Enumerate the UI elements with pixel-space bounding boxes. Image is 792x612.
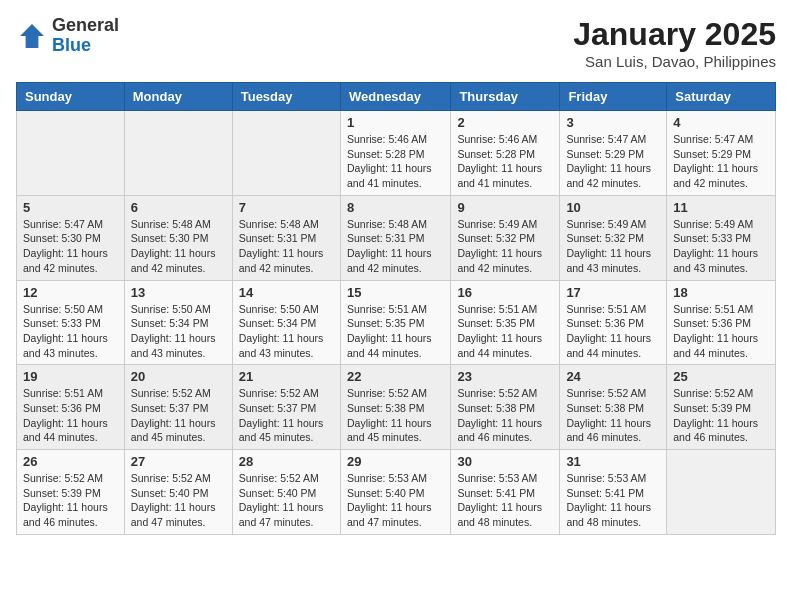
day-number: 14 [239,285,334,300]
day-info: Sunrise: 5:52 AM Sunset: 5:37 PM Dayligh… [131,386,226,445]
day-number: 16 [457,285,553,300]
header-cell-friday: Friday [560,83,667,111]
day-number: 4 [673,115,769,130]
day-number: 21 [239,369,334,384]
day-number: 6 [131,200,226,215]
day-number: 23 [457,369,553,384]
page-subtitle: San Luis, Davao, Philippines [573,53,776,70]
day-info: Sunrise: 5:52 AM Sunset: 5:39 PM Dayligh… [673,386,769,445]
header-row: SundayMondayTuesdayWednesdayThursdayFrid… [17,83,776,111]
day-info: Sunrise: 5:51 AM Sunset: 5:36 PM Dayligh… [673,302,769,361]
calendar-cell: 9Sunrise: 5:49 AM Sunset: 5:32 PM Daylig… [451,195,560,280]
page-header: General Blue January 2025 San Luis, Dava… [16,16,776,70]
calendar-cell: 15Sunrise: 5:51 AM Sunset: 5:35 PM Dayli… [340,280,450,365]
day-info: Sunrise: 5:52 AM Sunset: 5:38 PM Dayligh… [347,386,444,445]
calendar-week-5: 26Sunrise: 5:52 AM Sunset: 5:39 PM Dayli… [17,450,776,535]
header-cell-saturday: Saturday [667,83,776,111]
day-info: Sunrise: 5:50 AM Sunset: 5:33 PM Dayligh… [23,302,118,361]
header-cell-thursday: Thursday [451,83,560,111]
day-number: 29 [347,454,444,469]
day-number: 28 [239,454,334,469]
day-info: Sunrise: 5:49 AM Sunset: 5:33 PM Dayligh… [673,217,769,276]
day-info: Sunrise: 5:52 AM Sunset: 5:38 PM Dayligh… [457,386,553,445]
day-number: 30 [457,454,553,469]
day-info: Sunrise: 5:49 AM Sunset: 5:32 PM Dayligh… [566,217,660,276]
day-number: 12 [23,285,118,300]
day-number: 5 [23,200,118,215]
header-cell-wednesday: Wednesday [340,83,450,111]
header-cell-monday: Monday [124,83,232,111]
logo-text: General Blue [52,16,119,56]
day-number: 15 [347,285,444,300]
day-number: 10 [566,200,660,215]
calendar-cell: 4Sunrise: 5:47 AM Sunset: 5:29 PM Daylig… [667,111,776,196]
day-info: Sunrise: 5:53 AM Sunset: 5:41 PM Dayligh… [566,471,660,530]
calendar-cell: 6Sunrise: 5:48 AM Sunset: 5:30 PM Daylig… [124,195,232,280]
day-number: 25 [673,369,769,384]
calendar-week-2: 5Sunrise: 5:47 AM Sunset: 5:30 PM Daylig… [17,195,776,280]
page-title: January 2025 [573,16,776,53]
calendar-body: 1Sunrise: 5:46 AM Sunset: 5:28 PM Daylig… [17,111,776,535]
calendar-cell: 31Sunrise: 5:53 AM Sunset: 5:41 PM Dayli… [560,450,667,535]
header-cell-sunday: Sunday [17,83,125,111]
day-number: 9 [457,200,553,215]
day-info: Sunrise: 5:52 AM Sunset: 5:40 PM Dayligh… [131,471,226,530]
day-number: 7 [239,200,334,215]
day-number: 20 [131,369,226,384]
calendar-cell: 5Sunrise: 5:47 AM Sunset: 5:30 PM Daylig… [17,195,125,280]
day-info: Sunrise: 5:48 AM Sunset: 5:31 PM Dayligh… [347,217,444,276]
calendar-cell: 16Sunrise: 5:51 AM Sunset: 5:35 PM Dayli… [451,280,560,365]
day-info: Sunrise: 5:51 AM Sunset: 5:36 PM Dayligh… [23,386,118,445]
day-number: 11 [673,200,769,215]
day-number: 1 [347,115,444,130]
day-info: Sunrise: 5:51 AM Sunset: 5:36 PM Dayligh… [566,302,660,361]
calendar-cell: 3Sunrise: 5:47 AM Sunset: 5:29 PM Daylig… [560,111,667,196]
day-number: 19 [23,369,118,384]
day-number: 18 [673,285,769,300]
calendar-cell: 17Sunrise: 5:51 AM Sunset: 5:36 PM Dayli… [560,280,667,365]
day-number: 26 [23,454,118,469]
calendar-cell: 23Sunrise: 5:52 AM Sunset: 5:38 PM Dayli… [451,365,560,450]
day-info: Sunrise: 5:48 AM Sunset: 5:30 PM Dayligh… [131,217,226,276]
calendar-header: SundayMondayTuesdayWednesdayThursdayFrid… [17,83,776,111]
day-number: 22 [347,369,444,384]
day-number: 8 [347,200,444,215]
logo-icon [16,20,48,52]
day-info: Sunrise: 5:52 AM Sunset: 5:38 PM Dayligh… [566,386,660,445]
calendar-table: SundayMondayTuesdayWednesdayThursdayFrid… [16,82,776,535]
day-info: Sunrise: 5:46 AM Sunset: 5:28 PM Dayligh… [347,132,444,191]
day-info: Sunrise: 5:50 AM Sunset: 5:34 PM Dayligh… [131,302,226,361]
day-number: 13 [131,285,226,300]
day-number: 3 [566,115,660,130]
day-info: Sunrise: 5:50 AM Sunset: 5:34 PM Dayligh… [239,302,334,361]
day-info: Sunrise: 5:47 AM Sunset: 5:30 PM Dayligh… [23,217,118,276]
calendar-cell: 26Sunrise: 5:52 AM Sunset: 5:39 PM Dayli… [17,450,125,535]
header-cell-tuesday: Tuesday [232,83,340,111]
calendar-cell: 10Sunrise: 5:49 AM Sunset: 5:32 PM Dayli… [560,195,667,280]
day-number: 17 [566,285,660,300]
calendar-week-4: 19Sunrise: 5:51 AM Sunset: 5:36 PM Dayli… [17,365,776,450]
calendar-week-1: 1Sunrise: 5:46 AM Sunset: 5:28 PM Daylig… [17,111,776,196]
calendar-cell: 13Sunrise: 5:50 AM Sunset: 5:34 PM Dayli… [124,280,232,365]
day-number: 2 [457,115,553,130]
calendar-cell: 20Sunrise: 5:52 AM Sunset: 5:37 PM Dayli… [124,365,232,450]
calendar-cell: 27Sunrise: 5:52 AM Sunset: 5:40 PM Dayli… [124,450,232,535]
day-number: 31 [566,454,660,469]
calendar-cell: 28Sunrise: 5:52 AM Sunset: 5:40 PM Dayli… [232,450,340,535]
day-number: 27 [131,454,226,469]
calendar-cell: 25Sunrise: 5:52 AM Sunset: 5:39 PM Dayli… [667,365,776,450]
logo: General Blue [16,16,119,56]
calendar-cell: 1Sunrise: 5:46 AM Sunset: 5:28 PM Daylig… [340,111,450,196]
calendar-cell: 11Sunrise: 5:49 AM Sunset: 5:33 PM Dayli… [667,195,776,280]
day-info: Sunrise: 5:46 AM Sunset: 5:28 PM Dayligh… [457,132,553,191]
calendar-cell [232,111,340,196]
calendar-cell: 14Sunrise: 5:50 AM Sunset: 5:34 PM Dayli… [232,280,340,365]
calendar-cell: 2Sunrise: 5:46 AM Sunset: 5:28 PM Daylig… [451,111,560,196]
day-info: Sunrise: 5:47 AM Sunset: 5:29 PM Dayligh… [566,132,660,191]
calendar-cell [17,111,125,196]
calendar-cell: 21Sunrise: 5:52 AM Sunset: 5:37 PM Dayli… [232,365,340,450]
calendar-cell: 29Sunrise: 5:53 AM Sunset: 5:40 PM Dayli… [340,450,450,535]
day-info: Sunrise: 5:52 AM Sunset: 5:37 PM Dayligh… [239,386,334,445]
calendar-cell: 30Sunrise: 5:53 AM Sunset: 5:41 PM Dayli… [451,450,560,535]
calendar-cell: 18Sunrise: 5:51 AM Sunset: 5:36 PM Dayli… [667,280,776,365]
